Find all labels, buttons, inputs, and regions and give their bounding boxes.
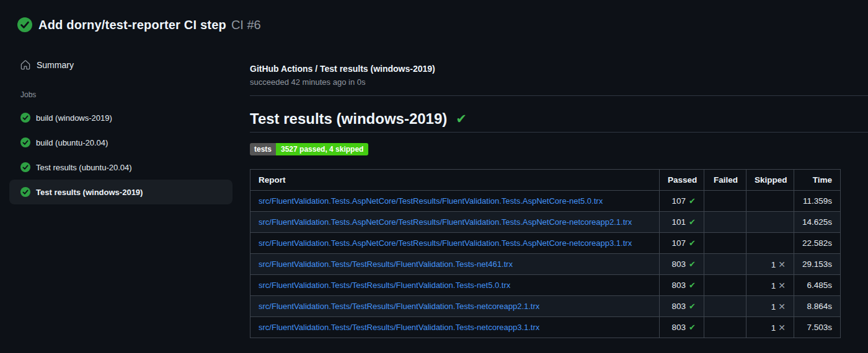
sidebar-item-build-ubuntu[interactable]: build (ubuntu-20.04) <box>9 130 232 155</box>
summary-label: Summary <box>37 60 74 70</box>
table-row: src/FluentValidation.Tests.AspNetCore/Te… <box>250 212 841 233</box>
table-row: src/FluentValidation.Tests/TestResults/F… <box>250 317 841 338</box>
passed-cell: 803✔ <box>660 317 704 338</box>
table-row: src/FluentValidation.Tests/TestResults/F… <box>250 275 841 296</box>
sidebar: Summary Jobs build (windows-2019) build … <box>0 54 242 204</box>
skipped-cell <box>746 212 794 233</box>
passed-cell: 803✔ <box>660 275 704 296</box>
report-link[interactable]: src/FluentValidation.Tests/TestResults/F… <box>259 323 539 332</box>
skipped-cell: 1✕ <box>746 317 794 338</box>
home-icon <box>20 60 30 70</box>
sidebar-item-summary[interactable]: Summary <box>0 54 242 76</box>
section-title: Test results (windows-2019) <box>250 109 447 128</box>
skipped-cell: 1✕ <box>746 296 794 317</box>
time-cell: 11.359s <box>794 191 841 212</box>
column-header-time: Time <box>794 170 841 191</box>
badge-label: tests <box>250 143 276 155</box>
job-success-icon <box>20 162 30 172</box>
skipped-cell: 1✕ <box>746 254 794 275</box>
passed-cell: 107✔ <box>660 233 704 254</box>
check-icon: ✔ <box>689 302 696 311</box>
check-run-status: succeeded 42 minutes ago in 0s <box>250 77 868 88</box>
run-success-icon <box>17 17 32 32</box>
main-content: GitHub Actions / Test results (windows-2… <box>250 0 868 338</box>
time-cell: 14.625s <box>794 212 841 233</box>
check-run-header: GitHub Actions / Test results (windows-2… <box>250 63 868 88</box>
passed-cell: 101✔ <box>660 212 704 233</box>
sidebar-item-test-results-ubuntu[interactable]: Test results (ubuntu-20.04) <box>9 155 232 180</box>
time-cell: 6.485s <box>794 275 841 296</box>
jobs-section-label: Jobs <box>20 90 242 99</box>
table-row: src/FluentValidation.Tests.AspNetCore/Te… <box>250 233 841 254</box>
sidebar-item-build-windows[interactable]: build (windows-2019) <box>9 105 232 130</box>
check-icon: ✔ <box>689 238 696 248</box>
check-run-title: GitHub Actions / Test results (windows-2… <box>250 63 868 74</box>
job-label: Test results (ubuntu-20.04) <box>36 163 132 172</box>
check-icon: ✔ <box>689 196 696 206</box>
time-cell: 7.503s <box>794 317 841 338</box>
run-title: Add dorny/test-reporter CI step <box>38 18 226 32</box>
failed-cell <box>704 317 746 338</box>
job-label: build (ubuntu-20.04) <box>36 138 108 147</box>
time-cell: 29.153s <box>794 254 841 275</box>
skipped-cell: 1✕ <box>746 275 794 296</box>
section-check-icon: ✔ <box>456 112 467 125</box>
failed-cell <box>704 254 746 275</box>
divider <box>250 132 868 133</box>
time-cell: 22.582s <box>794 233 841 254</box>
failed-cell <box>704 212 746 233</box>
job-label: Test results (windows-2019) <box>36 188 143 197</box>
job-success-icon <box>20 113 30 123</box>
section-title-row: Test results (windows-2019) ✔ <box>250 109 868 128</box>
report-link[interactable]: src/FluentValidation.Tests.AspNetCore/Te… <box>259 238 632 248</box>
job-success-icon <box>20 187 30 197</box>
test-results-table: Report Passed Failed Skipped Time src/Fl… <box>250 169 841 338</box>
check-icon: ✔ <box>689 217 696 227</box>
table-row: src/FluentValidation.Tests/TestResults/F… <box>250 254 841 275</box>
job-label: build (windows-2019) <box>36 113 112 123</box>
report-link[interactable]: src/FluentValidation.Tests.AspNetCore/Te… <box>259 196 603 206</box>
time-cell: 8.864s <box>794 296 841 317</box>
passed-cell: 803✔ <box>660 296 704 317</box>
badge-value: 3527 passed, 4 skipped <box>276 143 368 155</box>
column-header-failed: Failed <box>704 170 746 191</box>
table-row: src/FluentValidation.Tests.AspNetCore/Te… <box>250 191 841 212</box>
column-header-report: Report <box>250 170 660 191</box>
failed-cell <box>704 296 746 317</box>
failed-cell <box>704 191 746 212</box>
run-header: Add dorny/test-reporter CI step CI #6 <box>17 17 261 32</box>
report-link[interactable]: src/FluentValidation.Tests/TestResults/F… <box>259 302 539 311</box>
x-icon: ✕ <box>778 281 786 290</box>
failed-cell <box>704 233 746 254</box>
passed-cell: 107✔ <box>660 191 704 212</box>
job-success-icon <box>20 137 30 147</box>
passed-cell: 803✔ <box>660 254 704 275</box>
x-icon: ✕ <box>778 302 786 312</box>
column-header-skipped: Skipped <box>746 170 794 191</box>
check-icon: ✔ <box>689 323 696 332</box>
check-icon: ✔ <box>689 259 696 269</box>
check-icon: ✔ <box>689 281 696 290</box>
sidebar-item-test-results-windows[interactable]: Test results (windows-2019) <box>9 180 232 204</box>
report-link[interactable]: src/FluentValidation.Tests/TestResults/F… <box>259 259 513 269</box>
x-icon: ✕ <box>778 259 786 269</box>
tests-badge: tests 3527 passed, 4 skipped <box>250 143 368 155</box>
skipped-cell <box>746 233 794 254</box>
table-header-row: Report Passed Failed Skipped Time <box>250 170 841 191</box>
table-row: src/FluentValidation.Tests/TestResults/F… <box>250 296 841 317</box>
report-link[interactable]: src/FluentValidation.Tests/TestResults/F… <box>259 281 510 290</box>
divider <box>250 95 868 96</box>
report-link[interactable]: src/FluentValidation.Tests.AspNetCore/Te… <box>259 217 632 227</box>
failed-cell <box>704 275 746 296</box>
x-icon: ✕ <box>778 323 786 333</box>
column-header-passed: Passed <box>660 170 704 191</box>
skipped-cell <box>746 191 794 212</box>
